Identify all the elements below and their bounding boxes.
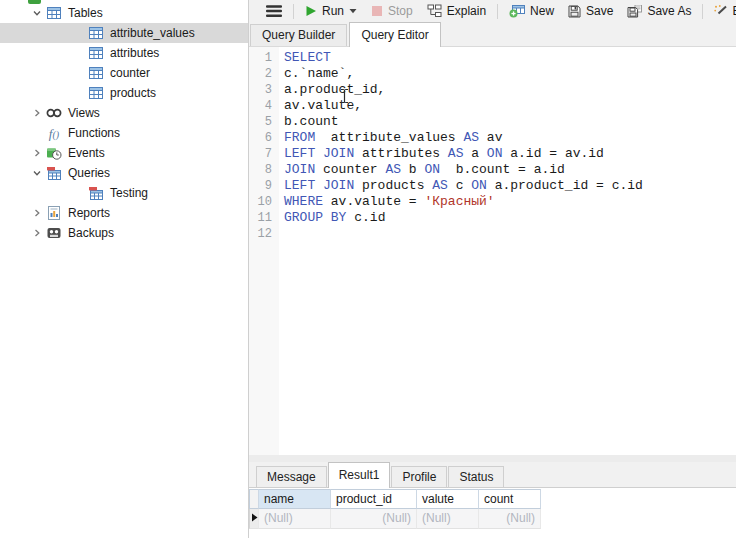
table-icon	[88, 85, 104, 101]
tree-item-label: counter	[110, 66, 150, 80]
row-selector[interactable]	[249, 509, 259, 529]
result-tabs: MessageResult1ProfileStatus	[249, 462, 736, 488]
tab-query-builder[interactable]: Query Builder	[250, 24, 347, 46]
tree-item-attribute-values[interactable]: attribute_values	[0, 23, 248, 43]
table-icon	[88, 65, 104, 81]
tree-item-label: Reports	[68, 206, 110, 220]
toolbar-button-explain[interactable]: Explain	[420, 0, 493, 22]
document-tabs: Query BuilderQuery Editor	[249, 22, 736, 47]
events-icon	[46, 145, 62, 161]
tab-profile[interactable]: Profile	[391, 466, 447, 487]
code-line: 3a.product_id,	[249, 82, 736, 98]
cell-value: (Null)	[506, 511, 535, 525]
tree-item-attributes[interactable]: attributes	[0, 43, 248, 63]
object-sidebar: Tablesattribute_valuesattributescounterp…	[0, 0, 249, 538]
query-icon	[46, 165, 62, 181]
tree-item-products[interactable]: products	[0, 83, 248, 103]
tree-item-counter[interactable]: counter	[0, 63, 248, 83]
menu-button[interactable]	[259, 0, 289, 22]
tree-item-label: attribute_values	[110, 26, 195, 40]
toolbar-button-new[interactable]: New	[502, 0, 561, 22]
sql-identifier: c	[448, 178, 471, 193]
run-icon	[305, 5, 317, 17]
tree-item-events[interactable]: Events	[0, 143, 248, 163]
sql-keyword: SELECT	[284, 50, 331, 65]
cell-count[interactable]: (Null)	[479, 509, 541, 529]
chevron-right-icon[interactable]	[28, 148, 46, 158]
explain-icon	[427, 4, 442, 18]
chevron-right-icon[interactable]	[28, 208, 46, 218]
toolbar: RunStopExplainNewSaveSave AsBea	[249, 0, 736, 22]
sql-editor[interactable]: 1SELECT2c.`name`,3a.product_id,4av.valut…	[249, 47, 736, 455]
save-icon	[568, 5, 581, 18]
toolbar-button-save-as[interactable]: Save As	[620, 0, 698, 22]
tab-message[interactable]: Message	[256, 466, 327, 487]
code-line: 10WHERE av.valute = 'Красный'	[249, 194, 736, 210]
column-header-label: count	[484, 492, 513, 506]
grid-data-row: (Null)(Null)(Null)(Null)	[249, 509, 541, 529]
line-number: 3	[249, 82, 279, 98]
code-text: a.product_id,	[279, 82, 385, 98]
reports-icon	[46, 205, 62, 221]
tree-item-reports[interactable]: Reports	[0, 203, 248, 223]
sql-identifier: a.product_id,	[284, 82, 385, 97]
sql-keyword: AS	[448, 146, 464, 161]
beautify-icon	[714, 5, 727, 18]
toolbar-button-save[interactable]: Save	[561, 0, 620, 22]
code-line: 11GROUP BY c.id	[249, 210, 736, 226]
code-text	[279, 226, 284, 242]
sql-keyword: AS	[385, 162, 401, 177]
toolbar-separator	[293, 4, 294, 19]
line-number: 1	[249, 50, 279, 66]
column-header-name[interactable]: name	[259, 489, 331, 509]
tree-item-label: Backups	[68, 226, 114, 240]
line-number: 8	[249, 162, 279, 178]
code-text: b.count	[279, 114, 339, 130]
toolbar-button-stop[interactable]: Stop	[364, 0, 420, 22]
tree-item-queries[interactable]: Queries	[0, 163, 248, 183]
line-number: 6	[249, 130, 279, 146]
column-header-valute[interactable]: valute	[417, 489, 479, 509]
line-number: 12	[249, 226, 279, 242]
tree-item-backups[interactable]: Backups	[0, 223, 248, 243]
cell-valute[interactable]: (Null)	[417, 509, 479, 529]
cell-name[interactable]: (Null)	[259, 509, 331, 529]
chevron-down-icon[interactable]	[28, 168, 46, 178]
cell-value: (Null)	[422, 511, 451, 525]
tab-label: Query Builder	[262, 28, 335, 42]
chevron-down-icon[interactable]	[28, 8, 46, 18]
tree-item-tables[interactable]: Tables	[0, 3, 248, 23]
backups-icon	[46, 225, 62, 241]
toolbar-button-run[interactable]: Run	[298, 0, 364, 22]
sql-keyword: JOIN	[284, 162, 315, 177]
column-header-label: name	[264, 492, 294, 506]
sql-keyword: FROM	[284, 130, 315, 145]
sql-identifier: a	[463, 146, 486, 161]
tab-result1[interactable]: Result1	[328, 462, 391, 488]
code-line: 12	[249, 226, 736, 242]
cell-product-id[interactable]: (Null)	[331, 509, 417, 529]
code-text: c.`name`,	[279, 66, 354, 82]
line-number: 5	[249, 114, 279, 130]
column-header-product-id[interactable]: product_id	[331, 489, 417, 509]
grid-header-row: nameproduct_idvalutecount	[249, 489, 541, 509]
tree-item-testing[interactable]: Testing	[0, 183, 248, 203]
toolbar-button-bea[interactable]: Bea	[707, 0, 736, 22]
code-text: JOIN counter AS b ON b.count = a.id	[279, 162, 565, 178]
tree-item-views[interactable]: Views	[0, 103, 248, 123]
panel-divider	[249, 455, 736, 462]
chevron-right-icon[interactable]	[28, 228, 46, 238]
save-as-icon	[627, 5, 642, 18]
table-icon	[88, 25, 104, 41]
tree-item-functions[interactable]: f()Functions	[0, 123, 248, 143]
chevron-right-icon[interactable]	[28, 108, 46, 118]
code-text: SELECT	[279, 50, 331, 66]
code-line: 1SELECT	[249, 50, 736, 66]
caret-down-icon[interactable]	[349, 8, 357, 14]
tree-item-label: Queries	[68, 166, 110, 180]
code-text: WHERE av.valute = 'Красный'	[279, 194, 495, 210]
tab-status[interactable]: Status	[448, 466, 504, 487]
tab-query-editor[interactable]: Query Editor	[349, 22, 440, 47]
column-header-count[interactable]: count	[479, 489, 541, 509]
sql-keyword: ON	[424, 162, 440, 177]
